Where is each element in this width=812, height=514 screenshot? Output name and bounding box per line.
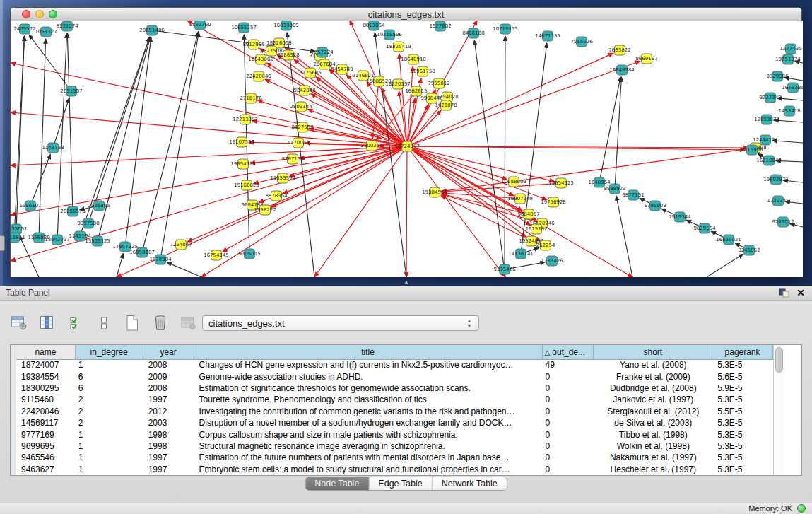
graph-node[interactable]: 1058327: [35, 27, 57, 37]
graph-node[interactable]: 1662615: [405, 86, 427, 96]
graph-node[interactable]: 8267150: [281, 154, 303, 164]
graph-node[interactable]: 16754145: [204, 250, 229, 260]
graph-node[interactable]: 19654925: [230, 159, 256, 169]
row-checklist-icon[interactable]: [66, 314, 85, 332]
graph-node[interactable]: 19218596: [377, 30, 402, 40]
graph-edge[interactable]: [142, 32, 199, 252]
graph-edge[interactable]: [29, 35, 71, 91]
graph-node[interactable]: 19751074: [775, 54, 801, 64]
graph-node[interactable]: 19692971: [763, 175, 789, 185]
graph-edge[interactable]: [615, 77, 621, 189]
graph-node[interactable]: 1527602: [429, 21, 451, 31]
graph-node[interactable]: 1152760: [189, 21, 211, 30]
checkbox-list-icon[interactable]: [95, 314, 113, 332]
graph-node[interactable]: 1421078: [435, 100, 457, 110]
graph-edge[interactable]: [406, 146, 407, 277]
graph-node[interactable]: 8813054: [363, 21, 385, 30]
table-row[interactable]: 946554611997Estimation of the future num…: [16, 452, 773, 463]
close-panel-icon[interactable]: ✕: [796, 287, 805, 298]
graph-node[interactable]: 2526085: [88, 201, 110, 211]
graph-node[interactable]: 10655257: [231, 23, 257, 33]
graph-node[interactable]: 16107554: [229, 137, 254, 147]
graph-node[interactable]: 1277435: [779, 44, 801, 54]
float-panel-icon[interactable]: [779, 288, 789, 298]
graph-node[interactable]: 16961758: [410, 66, 435, 76]
graph-edge[interactable]: [167, 262, 201, 277]
graph-node[interactable]: 12213383: [233, 115, 258, 124]
graph-node[interactable]: 16648784: [609, 65, 635, 75]
graph-node[interactable]: 9375685: [299, 68, 321, 78]
table-select-dropdown[interactable]: citations_edges.txt ▲▼: [202, 315, 479, 331]
graph-edge[interactable]: [314, 146, 407, 277]
table-row[interactable]: 1872400712008Changes of HCN gene express…: [16, 359, 773, 370]
graph-edge[interactable]: [67, 33, 73, 211]
column-header-out_degree[interactable]: △out_de...: [543, 345, 594, 359]
table-row[interactable]: 946362711997Embryonic stem cells: a mode…: [16, 464, 773, 475]
graph-node[interactable]: 14136141: [508, 249, 534, 259]
column-header-pagerank[interactable]: pagerank: [712, 345, 773, 359]
network-canvas[interactable]: 1872400719384554271817612213383161075541…: [11, 21, 803, 277]
window-titlebar[interactable]: citations_edges.txt: [11, 8, 801, 21]
graph-node[interactable]: 9245052: [738, 245, 760, 255]
column-header-in_degree[interactable]: in_degree: [76, 345, 143, 359]
graph-node[interactable]: 2405572: [13, 24, 35, 34]
graph-node[interactable]: 8131074: [56, 21, 78, 31]
graph-node[interactable]: 18325419: [386, 42, 411, 52]
graph-edge[interactable]: [11, 146, 407, 165]
scrollbar-thumb[interactable]: [775, 347, 783, 373]
panel-splitter-handle[interactable]: ▲: [402, 279, 411, 285]
tab-edge-table[interactable]: Edge Table: [369, 477, 432, 490]
graph-node[interactable]: 7955812: [428, 78, 449, 88]
table-row[interactable]: 1938455462009Genome-wide association stu…: [16, 370, 773, 382]
table-row[interactable]: 1830029562008Estimation of significance …: [16, 382, 773, 394]
graph-edge[interactable]: [407, 66, 413, 146]
tab-node-table[interactable]: Node Table: [305, 477, 369, 490]
graph-node[interactable]: 18907249: [507, 194, 533, 204]
graph-node[interactable]: 2718176: [240, 93, 262, 103]
graph-node[interactable]: 14671355: [535, 31, 560, 41]
table-row[interactable]: 2242004622012Investigating the contribut…: [16, 406, 773, 417]
graph-node[interactable]: 16210643: [756, 156, 782, 165]
graph-node[interactable]: 16033809: [273, 21, 299, 30]
graph-node[interactable]: 3913811: [11, 233, 25, 243]
graph-edge[interactable]: [707, 254, 743, 277]
graph-node[interactable]: 2803144: [290, 102, 312, 112]
column-header-short[interactable]: short: [594, 345, 712, 359]
table-row[interactable]: 911546021997Tourette syndrome. Phenomeno…: [16, 394, 773, 405]
graph-node[interactable]: 9245012: [772, 217, 794, 227]
graph-node[interactable]: 20691406: [139, 25, 165, 35]
vertical-scrollbar[interactable]: [773, 345, 784, 475]
table-settings-icon[interactable]: [10, 314, 28, 332]
graph-edge[interactable]: [505, 36, 505, 269]
graph-node[interactable]: 9227349: [759, 93, 781, 103]
graph-node[interactable]: 8466160: [462, 28, 484, 38]
graph-node[interactable]: 8669167: [635, 54, 657, 64]
column-header-year[interactable]: year: [143, 345, 194, 359]
tab-network-table[interactable]: Network Table: [433, 477, 507, 490]
graph-node[interactable]: 16855021: [716, 235, 741, 245]
graph-edge[interactable]: [98, 37, 150, 241]
table-row[interactable]: 977716911998Corpus callosum shape and si…: [16, 428, 773, 440]
graph-edge[interactable]: [407, 146, 514, 196]
show-columns-icon[interactable]: [38, 314, 57, 332]
graph-node[interactable]: 18640910: [401, 54, 426, 64]
graph-edge[interactable]: [616, 196, 632, 277]
hidden-panel-tab[interactable]: [0, 235, 5, 251]
graph-node[interactable]: 10719155: [493, 24, 518, 34]
table-row[interactable]: 969969511998Structural magnetic resonanc…: [16, 440, 773, 452]
graph-node[interactable]: 9305015: [238, 249, 260, 259]
column-header-title[interactable]: title: [194, 345, 543, 359]
graph-node[interactable]: 1733426: [541, 256, 563, 266]
delete-icon[interactable]: [151, 314, 170, 332]
graph-node[interactable]: 22420046: [246, 71, 271, 81]
graph-node[interactable]: 7515526: [570, 37, 593, 47]
graph-node[interactable]: 1673385: [782, 83, 803, 93]
graph-node[interactable]: 1956101: [19, 201, 41, 211]
graph-edge[interactable]: [307, 109, 407, 146]
graph-node[interactable]: 19166825: [234, 180, 259, 190]
network-graph[interactable]: 1872400719384554271817612213383161075541…: [11, 21, 803, 277]
graph-node[interactable]: 19654923: [548, 178, 574, 188]
column-header-name[interactable]: name: [16, 345, 76, 359]
table-row[interactable]: 1456911722003Disruption of a novel membe…: [16, 417, 773, 428]
graph-node[interactable]: 9329966: [766, 71, 789, 81]
